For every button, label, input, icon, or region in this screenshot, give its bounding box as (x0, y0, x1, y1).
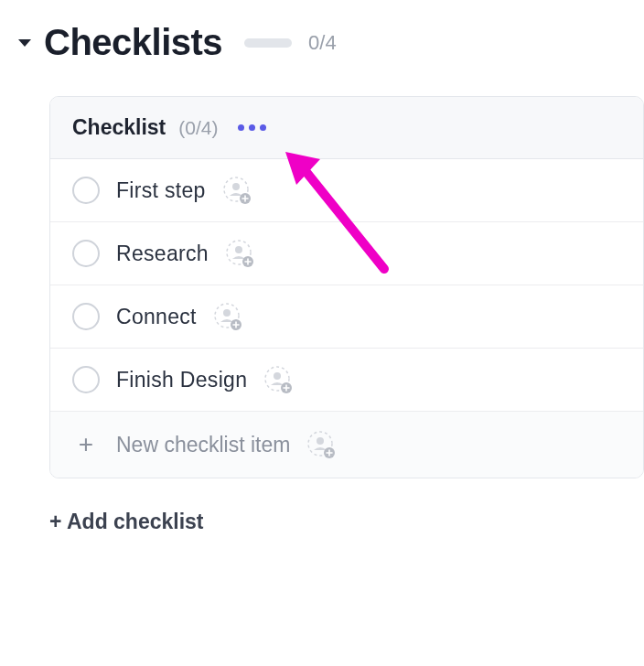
checkbox-circle-icon[interactable] (72, 303, 100, 330)
checklist-item[interactable]: First step (50, 159, 643, 222)
assign-user-icon[interactable] (225, 239, 254, 268)
checkbox-circle-icon[interactable] (72, 240, 100, 267)
checklist-card-header: Checklist (0/4) (50, 97, 643, 159)
checklist-item-label[interactable]: First step (116, 178, 206, 203)
svg-point-10 (274, 372, 281, 380)
checklist-title[interactable]: Checklist (72, 115, 166, 140)
assign-user-icon[interactable] (213, 302, 242, 331)
svg-point-1 (232, 183, 240, 190)
checklist-item-label[interactable]: Research (116, 242, 209, 266)
checklist-item[interactable]: Connect (50, 285, 643, 349)
checklist-item-label[interactable]: Finish Design (116, 368, 247, 392)
collapse-caret-icon[interactable] (18, 39, 31, 47)
section-title: Checklists (44, 22, 222, 63)
plus-icon[interactable]: + (72, 431, 100, 458)
checklist-count: (0/4) (178, 117, 218, 139)
checklist-item-label[interactable]: Connect (116, 305, 197, 329)
checklist-item[interactable]: Finish Design (50, 349, 643, 412)
section-header: Checklists 0/4 (18, 22, 644, 63)
svg-point-4 (235, 246, 242, 253)
new-checklist-item-row[interactable]: + New checklist item (50, 412, 643, 478)
checklist-card: Checklist (0/4) First step Research Conn… (49, 96, 644, 478)
checkbox-circle-icon[interactable] (72, 366, 100, 393)
checkbox-circle-icon[interactable] (72, 177, 100, 204)
assign-user-icon[interactable] (263, 365, 293, 394)
svg-point-13 (317, 437, 324, 445)
progress-bar (244, 38, 292, 48)
svg-point-7 (223, 309, 231, 317)
more-options-icon[interactable] (232, 119, 272, 136)
assign-user-icon[interactable] (222, 176, 252, 205)
assign-user-icon[interactable] (306, 430, 336, 459)
checklist-item[interactable]: Research (50, 222, 643, 285)
add-checklist-button[interactable]: + Add checklist (49, 510, 644, 534)
new-item-placeholder[interactable]: New checklist item (116, 433, 290, 457)
progress-count: 0/4 (308, 31, 337, 55)
